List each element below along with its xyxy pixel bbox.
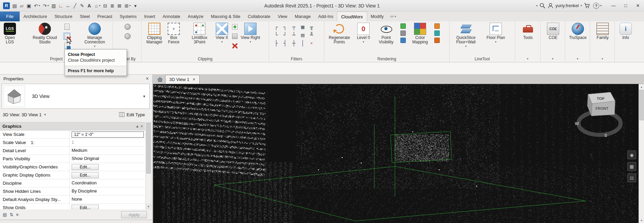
section-clip-icon[interactable] (231, 33, 239, 40)
tab-insert[interactable]: Insert (140, 12, 159, 21)
user-menu-chevron-icon[interactable]: ▾ (580, 4, 583, 7)
open-folder-icon[interactable]: ▱ (18, 2, 25, 9)
save-icon[interactable]: ▣ (25, 2, 32, 9)
view-selector-label[interactable]: 3D View: 3D View 1 (3, 112, 41, 117)
help-icon[interactable]: ? (593, 3, 599, 9)
tab-collaborate[interactable]: Collaborate (244, 12, 274, 21)
section-menu-icon[interactable]: ≡ (141, 124, 143, 128)
model-by-fence-icon[interactable] (124, 33, 131, 40)
zoom-icon[interactable]: ⊡ (627, 174, 636, 182)
scroll-down-icon[interactable]: ▾ (146, 204, 151, 209)
fitter-icon-4[interactable]: ▦ (298, 23, 307, 31)
apply-button[interactable]: Apply (121, 211, 147, 218)
text-icon[interactable]: A (86, 2, 93, 9)
tab-view[interactable]: View (274, 12, 291, 21)
properties-scrollbar[interactable]: ▾ (146, 122, 151, 209)
file-tab[interactable]: File (0, 12, 20, 21)
fitter-icon-2[interactable]: ┐ (281, 23, 289, 31)
fitter-icon-3[interactable]: ┬ (289, 23, 298, 31)
fitter-icon-7[interactable]: ┘ (281, 31, 289, 39)
tab-annotate[interactable]: Annotate (159, 12, 184, 21)
close-view-tab-icon[interactable]: ✕ (192, 77, 195, 82)
panel-label-clipping[interactable]: Clipping (141, 56, 269, 62)
tab-steel[interactable]: Steel (76, 12, 94, 21)
property-value[interactable]: None (70, 196, 145, 203)
panel-expand-chevron-icon[interactable]: ▾ (527, 57, 528, 60)
maximize-button[interactable]: □ (620, 0, 632, 12)
aligned-dimension-icon[interactable]: ↔ (64, 2, 71, 9)
color-option-icon-1[interactable] (434, 23, 440, 29)
model-line-icon[interactable]: ╱ (72, 2, 78, 9)
sort-menu-icon[interactable]: ≡ (16, 212, 19, 217)
tools-button[interactable]: Tools (518, 22, 538, 40)
type-selector[interactable]: 3D View ▼ (2, 84, 150, 109)
tab-structure[interactable]: Structure (51, 12, 76, 21)
scroll-up-icon[interactable]: ▴ (639, 84, 644, 89)
property-value[interactable]: Edit... (70, 171, 145, 179)
switch-windows-icon[interactable]: ⊞▾ (123, 2, 132, 9)
thin-lines-icon[interactable]: ≣ (109, 2, 116, 9)
property-value[interactable]: Edit... (70, 204, 145, 209)
section-icon[interactable]: ⊟ (102, 2, 109, 9)
graphics-section-header[interactable]: Graphics ▴ ≡ (0, 122, 145, 130)
customize-quick-access-icon[interactable]: ▾ (132, 2, 139, 9)
fitter-icon-11[interactable]: ├ (272, 39, 281, 47)
coe-button[interactable]: COE COE (543, 22, 563, 40)
fitter-icon-12[interactable]: ┤ (281, 39, 289, 47)
property-value[interactable]: Medium (70, 147, 145, 155)
view-x-button[interactable]: View X ▾ (213, 22, 230, 43)
scrollbar-thumb[interactable] (146, 123, 151, 174)
rendering-option-icon-2[interactable] (400, 31, 406, 36)
view-selector-chevron-icon[interactable]: ▾ (44, 113, 46, 116)
default-3d-view-icon[interactable]: ⌂▾ (93, 2, 101, 9)
cart-icon[interactable] (583, 2, 591, 10)
detail-line-icon[interactable]: ✎ (79, 2, 86, 9)
scroll-down-icon[interactable]: ▾ (639, 218, 644, 223)
tab-systems[interactable]: Systems (116, 12, 140, 21)
family-button[interactable]: Family (593, 22, 612, 40)
tab-cloudworx[interactable]: CloudWorx (337, 12, 367, 21)
info-button[interactable]: i Info (617, 22, 634, 40)
print-icon[interactable]: ▥ (50, 2, 57, 9)
property-value[interactable]: 12" = 1'-0" (70, 130, 145, 138)
edit-button[interactable]: Edit... (72, 164, 99, 170)
color-mapping-button[interactable]: Color Mapping (409, 22, 431, 44)
minimize-button[interactable]: — (607, 0, 620, 12)
edit-button[interactable]: Edit... (72, 172, 99, 178)
property-value[interactable]: By Discipline (70, 187, 145, 195)
tab-analyze[interactable]: Analyze (184, 12, 207, 21)
manage-connection-button[interactable]: Manage Connection ▾ (81, 22, 108, 48)
regenerate-points-button[interactable]: Regenerate Points (326, 22, 352, 44)
pan-icon[interactable]: ▦ (627, 162, 636, 171)
tab-precast[interactable]: Precast (94, 12, 116, 21)
viewcube-south-label[interactable]: S (604, 133, 607, 138)
fitter-icon-14[interactable]: │ (298, 39, 307, 47)
panel-label-linetool[interactable]: LineTool (450, 56, 515, 62)
signed-in-user[interactable]: yuriy.frenkel (555, 3, 579, 8)
panel-expand-chevron-icon[interactable]: ▾ (602, 57, 603, 60)
ribbon-display-toggle[interactable]: ▭ ▾ (390, 12, 396, 21)
close-properties-icon[interactable]: ✕ (146, 76, 149, 81)
fitter-icon-5[interactable]: ╥ (307, 23, 316, 31)
sort-ascending-icon[interactable]: ⇅ (10, 212, 13, 217)
tab-add-ins[interactable]: Add-Ins (315, 12, 337, 21)
fitter-delete-icon[interactable]: ✕ (307, 39, 316, 47)
clipping-manager-button[interactable]: Clipping Manager (144, 22, 165, 44)
type-selector-chevron-icon[interactable]: ▼ (143, 95, 146, 98)
redo-icon[interactable]: ↷▾ (41, 2, 50, 9)
views-home-icon[interactable] (156, 76, 164, 83)
rendering-option-icon-1[interactable] (400, 23, 406, 29)
viewcube-west-label[interactable]: W (575, 121, 579, 126)
open-project-icon[interactable] (63, 23, 71, 31)
view-scrollbar[interactable]: ▴ ▾ (639, 84, 644, 223)
view-cube[interactable]: TOP FRONT W S (574, 85, 625, 143)
panel-label-rendering[interactable]: Rendering (324, 56, 449, 62)
color-option-icon-2[interactable] (434, 31, 440, 36)
fitter-icon-10[interactable]: ╨ (307, 31, 316, 39)
limitbox-3point-button[interactable]: LimitBox 3Point (187, 22, 212, 44)
close-window-button[interactable]: ✕ (632, 0, 644, 12)
property-value[interactable]: Show Original (70, 155, 145, 163)
color-option-icon-3[interactable] (434, 38, 440, 43)
panel-expand-chevron-icon[interactable]: ▾ (577, 57, 578, 60)
panel-label-fitters[interactable]: Fitters (269, 56, 324, 62)
